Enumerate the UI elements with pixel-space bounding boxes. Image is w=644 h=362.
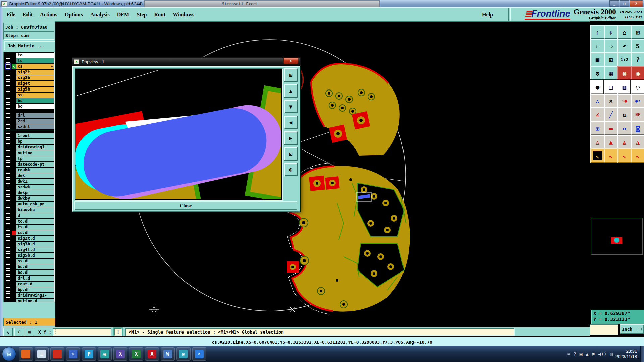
move-feature-button[interactable]: ● bbox=[590, 80, 605, 94]
layer-checkbox[interactable] bbox=[6, 299, 10, 302]
popview-zoom-out-button[interactable]: ⊡ bbox=[284, 147, 298, 161]
layer-row-ss[interactable]: ss bbox=[4, 92, 54, 98]
popview-pan-right-button[interactable]: ▶ bbox=[284, 131, 298, 145]
snap-mode-button[interactable]: ↘ bbox=[3, 328, 13, 336]
layer-name[interactable]: sig3b.d bbox=[16, 242, 54, 247]
layer-checkbox[interactable] bbox=[6, 75, 10, 80]
layer-name[interactable]: bp bbox=[16, 139, 54, 144]
copy-to-layer-button[interactable]: ⊞ bbox=[590, 121, 605, 135]
view-pan-down-button[interactable]: ⇓ bbox=[604, 25, 618, 39]
layer-checkbox[interactable] bbox=[6, 70, 10, 74]
xy-input[interactable]: ┆ bbox=[53, 328, 111, 336]
layer-row-bo.d[interactable]: bo.d bbox=[4, 270, 54, 275]
layer-checkbox[interactable] bbox=[6, 64, 10, 69]
menu-item-rout[interactable]: Rout bbox=[154, 12, 165, 18]
menu-item-help[interactable]: Help bbox=[482, 12, 493, 18]
layer-expand-icon[interactable]: ⊞ bbox=[51, 64, 53, 69]
layer-name[interactable]: drl bbox=[16, 113, 54, 118]
layer-row-dwkp[interactable]: dwkp bbox=[4, 190, 54, 195]
grid-toggle-button[interactable]: ▦ bbox=[604, 66, 618, 80]
taskbar-app-word-blue[interactable]: W bbox=[161, 347, 175, 361]
layer-name[interactable]: bo bbox=[16, 104, 54, 109]
prompt-button[interactable]: ! bbox=[114, 328, 122, 336]
split-view-xy-button[interactable]: ⊞ bbox=[631, 25, 644, 39]
layer-checkbox[interactable] bbox=[6, 113, 10, 118]
layer-row-rout.d[interactable]: rout.d bbox=[4, 281, 54, 287]
zoom-center-button[interactable]: ⊡ bbox=[604, 52, 618, 67]
popview-zoom-in-button[interactable]: ⊕ bbox=[284, 163, 298, 176]
taskbar-app-p-blue[interactable]: P bbox=[82, 347, 96, 361]
layer-checkbox[interactable] bbox=[6, 242, 10, 246]
layer-row-cs[interactable]: ↖cs⊞ bbox=[4, 64, 54, 69]
layer-name[interactable]: 1rout bbox=[16, 133, 54, 138]
close-button[interactable]: X bbox=[630, 0, 643, 7]
taskbar-app-x-purple[interactable]: X bbox=[113, 347, 127, 361]
layer-row-bp[interactable]: bp bbox=[4, 139, 54, 144]
layer-row-sig2t[interactable]: sig2t bbox=[4, 69, 54, 75]
layer-checkbox[interactable] bbox=[6, 213, 10, 218]
taskbar-app-notepad[interactable]: ≡ bbox=[35, 347, 49, 361]
layer-name[interactable]: biaozhu bbox=[16, 207, 54, 213]
measure-ruler-button[interactable]: ▥ bbox=[617, 80, 632, 94]
taskbar-app-browser-red[interactable] bbox=[50, 347, 64, 361]
job-matrix-button[interactable]: Job Matrix ... bbox=[4, 41, 56, 50]
layer-name[interactable]: sig2t.d bbox=[16, 236, 54, 241]
action-center-flag-icon[interactable]: ⚑ bbox=[592, 351, 595, 357]
hidden-icons-arrow[interactable]: ▲ bbox=[586, 351, 588, 357]
select-net-button[interactable]: ↖ bbox=[631, 148, 644, 163]
layer-checkbox[interactable] bbox=[6, 270, 10, 275]
menu-item-options[interactable]: Options bbox=[65, 12, 83, 18]
layer-name[interactable]: cs⊞ bbox=[16, 64, 54, 69]
layer-row-auto_chk_pn[interactable]: auto_chk_pn bbox=[4, 201, 54, 207]
layer-row-sig3b.d[interactable]: sig3b.d bbox=[4, 241, 54, 247]
layer-checkbox[interactable] bbox=[6, 58, 10, 63]
layer-checkbox[interactable] bbox=[6, 253, 10, 258]
layer-checkbox[interactable] bbox=[6, 156, 10, 161]
layer-row-datecode-pt[interactable]: datecode-pt bbox=[4, 162, 54, 167]
menu-item-edit[interactable]: Edit bbox=[23, 12, 33, 18]
menu-item-analysis[interactable]: Analysis bbox=[90, 12, 110, 18]
layer-row-bp.d[interactable]: bp.d bbox=[4, 287, 54, 292]
layer-name[interactable]: rout.d bbox=[16, 282, 54, 287]
chain-select-button[interactable]: ∴ bbox=[590, 94, 605, 108]
layer-row-outine.d[interactable]: outine.d bbox=[4, 298, 54, 302]
menu-item-step[interactable]: Step bbox=[137, 12, 147, 18]
taskbar-app-capture[interactable]: ◉ bbox=[176, 347, 191, 361]
layer-checkbox[interactable] bbox=[6, 264, 10, 269]
layer-row-sig5b.d[interactable]: sig5b.d bbox=[4, 253, 54, 258]
maximize-button[interactable]: □ bbox=[620, 0, 629, 7]
popview-close-x-button[interactable]: X bbox=[283, 58, 298, 64]
zoom-fit-button[interactable]: ▣ bbox=[590, 52, 605, 67]
layer-checkbox[interactable] bbox=[6, 124, 10, 129]
layer-name[interactable]: sig5b.d bbox=[16, 253, 54, 258]
layer-name[interactable]: ss.d bbox=[16, 259, 54, 264]
layer-row-sig2t.d[interactable]: sig2t.d bbox=[4, 236, 54, 241]
step-repeat-button[interactable]: S bbox=[631, 39, 644, 53]
layer-checkbox[interactable] bbox=[6, 259, 10, 263]
layer-name[interactable]: szdrl bbox=[16, 124, 54, 129]
angle-mode-button[interactable]: ∠ bbox=[14, 328, 23, 336]
layer-checkbox[interactable] bbox=[6, 133, 10, 138]
popview-new-window-button[interactable]: ⊞ bbox=[284, 68, 298, 82]
layer-row-sig4t[interactable]: sig4t bbox=[4, 81, 54, 86]
menu-item-windows[interactable]: Windows bbox=[173, 12, 194, 18]
minimize-button[interactable]: _ bbox=[609, 0, 619, 7]
layer-row-sig5b[interactable]: sig5b bbox=[4, 86, 54, 92]
taskbar-app-pdf[interactable]: A bbox=[145, 347, 159, 361]
arrow-mode-2-button[interactable]: ▲ bbox=[604, 135, 618, 149]
layer-name[interactable]: tp bbox=[16, 156, 54, 161]
volume-icon[interactable]: ◀)) bbox=[598, 351, 606, 357]
select-polygon-button[interactable]: ↖ bbox=[617, 148, 632, 163]
layer-row-2rd[interactable]: 2rd bbox=[4, 118, 54, 124]
start-button[interactable]: ⊞ bbox=[2, 347, 16, 361]
layer-name[interactable]: bo.d bbox=[16, 270, 54, 275]
layer-row-szdrl[interactable]: szdrl bbox=[4, 124, 54, 129]
net-highlight-button[interactable]: ◉ bbox=[617, 66, 632, 80]
units-dropdown[interactable]: Inch bbox=[620, 324, 644, 334]
select-window-button[interactable]: ◌ bbox=[631, 80, 644, 94]
menu-item-actions[interactable]: Actions bbox=[40, 12, 57, 18]
taskbar-app-browser-orange[interactable] bbox=[19, 347, 33, 361]
layer-checkbox[interactable] bbox=[6, 104, 10, 109]
taskbar-app-excel[interactable]: X bbox=[129, 347, 143, 361]
copy-move-button[interactable]: ●↗ bbox=[631, 94, 644, 108]
